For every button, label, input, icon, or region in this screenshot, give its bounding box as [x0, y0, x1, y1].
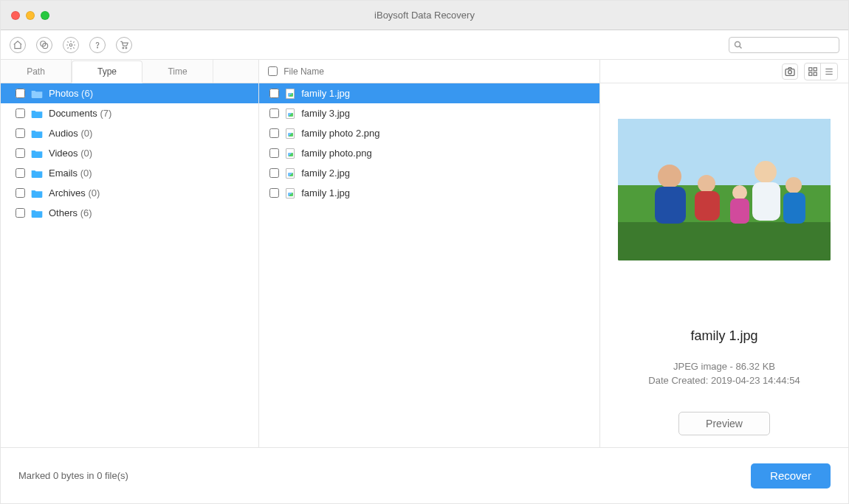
file-list: File Name family 1.jpg family 3.jpg fami…	[259, 60, 600, 447]
category-others[interactable]: Others (6)	[1, 203, 258, 223]
category-list: Photos (6) Documents (7) Audios (0) Vide…	[1, 83, 258, 223]
category-label: Audios (0)	[49, 128, 92, 139]
svg-rect-10	[814, 67, 817, 70]
file-name: family 3.jpg	[301, 108, 350, 119]
svg-rect-9	[808, 67, 811, 70]
svg-rect-28	[783, 193, 805, 224]
column-header-file-name[interactable]: File Name	[283, 66, 324, 77]
folder-icon	[31, 149, 43, 158]
search-input[interactable]	[747, 40, 849, 50]
file-checkbox[interactable]	[269, 108, 279, 118]
file-row[interactable]: family photo.png	[259, 143, 599, 163]
category-label: Documents (7)	[49, 108, 111, 119]
cart-button[interactable]	[116, 37, 132, 53]
category-label: Emails (0)	[49, 168, 92, 179]
category-checkbox[interactable]	[16, 108, 25, 118]
preview-pane: family 1.jpg JPEG image - 86.32 KB Date …	[600, 60, 848, 447]
home-button[interactable]	[10, 37, 26, 53]
preview-tools	[600, 60, 848, 83]
main: Path Type Time Photos (6) Documents (7) …	[1, 60, 848, 447]
category-emails[interactable]: Emails (0)	[1, 163, 258, 183]
footer: Marked 0 bytes in 0 file(s) Recover	[1, 447, 848, 503]
category-checkbox[interactable]	[16, 128, 25, 138]
category-checkbox[interactable]	[16, 208, 25, 218]
close-window-button[interactable]	[11, 11, 20, 20]
search-box[interactable]	[729, 37, 839, 53]
svg-point-6	[735, 41, 740, 46]
category-checkbox[interactable]	[16, 188, 25, 198]
svg-rect-11	[808, 72, 811, 75]
help-button[interactable]	[89, 37, 106, 53]
sidebar: Path Type Time Photos (6) Documents (7) …	[1, 60, 259, 447]
folder-icon	[31, 189, 43, 198]
deep-scan-button[interactable]	[36, 37, 52, 53]
file-name: family photo 2.png	[301, 128, 379, 139]
file-checkbox[interactable]	[269, 148, 279, 158]
preview-body: family 1.jpg JPEG image - 86.32 KB Date …	[600, 83, 848, 447]
category-archives[interactable]: Archives (0)	[1, 183, 258, 203]
category-documents[interactable]: Documents (7)	[1, 103, 258, 123]
preview-filename: family 1.jpg	[690, 328, 757, 344]
folder-icon	[31, 89, 43, 98]
file-row[interactable]: family 1.jpg	[259, 83, 599, 103]
traffic-lights	[1, 11, 49, 20]
category-checkbox[interactable]	[16, 89, 25, 98]
view-mode-group	[804, 63, 838, 80]
svg-point-23	[732, 185, 747, 200]
minimize-window-button[interactable]	[26, 11, 35, 20]
category-label: Archives (0)	[49, 187, 100, 199]
category-label: Others (6)	[49, 207, 92, 218]
svg-point-19	[658, 165, 681, 188]
search-icon	[734, 41, 743, 49]
titlebar: iBoysoft Data Recovery	[1, 1, 848, 30]
preview-thumbnail	[618, 119, 831, 260]
select-all-checkbox[interactable]	[268, 66, 278, 76]
svg-rect-22	[695, 191, 720, 221]
file-name: family 1.jpg	[301, 88, 350, 99]
svg-point-3	[97, 47, 98, 48]
svg-point-27	[786, 177, 802, 193]
tab-time[interactable]: Time	[142, 60, 213, 83]
file-checkbox[interactable]	[269, 168, 279, 178]
tab-path[interactable]: Path	[1, 60, 72, 83]
category-audios[interactable]: Audios (0)	[1, 123, 258, 143]
tabs: Path Type Time	[1, 60, 258, 83]
svg-rect-24	[730, 199, 749, 224]
category-checkbox[interactable]	[16, 168, 25, 178]
file-checkbox[interactable]	[269, 128, 279, 138]
file-row[interactable]: family 3.jpg	[259, 103, 599, 123]
svg-point-21	[698, 175, 715, 193]
category-videos[interactable]: Videos (0)	[1, 143, 258, 163]
file-name: family 1.jpg	[301, 187, 350, 199]
toolbar	[1, 30, 848, 60]
status-text: Marked 0 bytes in 0 file(s)	[18, 470, 128, 481]
image-file-icon	[285, 168, 295, 179]
folder-icon	[31, 209, 43, 218]
preview-meta: JPEG image - 86.32 KB Date Created: 2019…	[648, 360, 800, 388]
category-label: Photos (6)	[49, 88, 93, 99]
file-row[interactable]: family 2.jpg	[259, 163, 599, 183]
category-photos[interactable]: Photos (6)	[1, 83, 258, 103]
file-checkbox[interactable]	[269, 89, 279, 98]
svg-point-4	[123, 47, 124, 49]
zoom-window-button[interactable]	[41, 11, 49, 20]
svg-point-25	[755, 161, 777, 183]
file-name: family photo.png	[301, 148, 371, 159]
file-list-header: File Name	[259, 60, 599, 83]
folder-icon	[31, 109, 43, 118]
file-row[interactable]: family 1.jpg	[259, 183, 599, 203]
file-row[interactable]: family photo 2.png	[259, 123, 599, 143]
svg-point-2	[69, 44, 72, 46]
settings-button[interactable]	[63, 37, 79, 53]
camera-icon-button[interactable]	[782, 63, 798, 80]
preview-button[interactable]: Preview	[678, 412, 770, 435]
recover-button[interactable]: Recover	[751, 463, 831, 489]
grid-view-button[interactable]	[805, 63, 821, 80]
list-view-button[interactable]	[821, 63, 837, 80]
svg-rect-16	[618, 119, 831, 185]
tab-type[interactable]: Type	[72, 61, 142, 83]
category-checkbox[interactable]	[16, 148, 25, 158]
folder-icon	[31, 169, 43, 178]
svg-point-5	[126, 47, 127, 49]
file-checkbox[interactable]	[269, 188, 279, 198]
